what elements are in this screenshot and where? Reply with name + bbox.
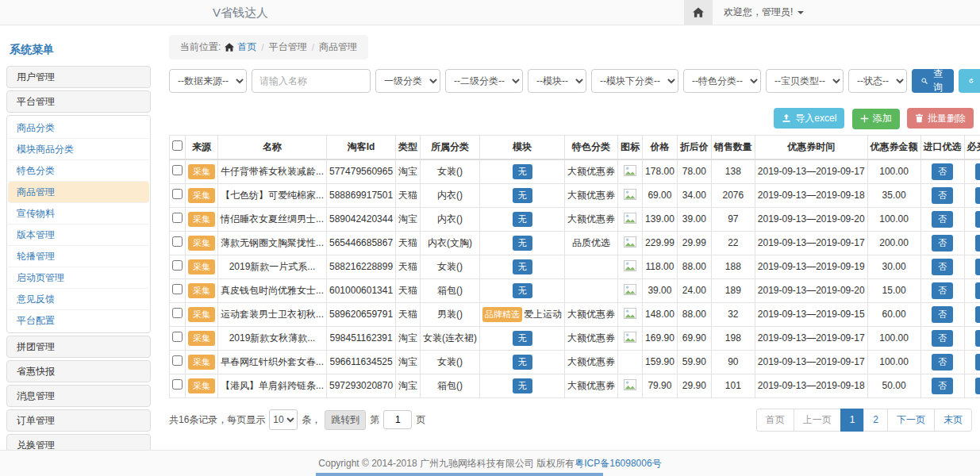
import-select-toggle[interactable]: 否 [932,187,953,204]
price: 79.90 [643,374,678,397]
sidebar-item[interactable]: 启动页管理 [8,267,149,289]
table-row: 采集情侣睡衣女夏丝绸男士...589042420344淘宝内衣()无大额优惠券1… [170,207,980,231]
import-select-toggle[interactable]: 否 [932,378,953,394]
page-button[interactable]: 1 [840,409,865,432]
page-button[interactable]: 下一页 [887,409,935,432]
must-buy-toggle[interactable]: 否 [975,378,980,394]
must-buy-toggle[interactable]: 否 [975,259,980,275]
sidebar-item[interactable]: 意见反馈 [8,289,149,310]
select-all-header[interactable] [170,135,186,159]
import-select-toggle[interactable]: 否 [932,306,953,323]
must-buy-toggle[interactable]: 否 [975,211,980,228]
import-select-toggle[interactable]: 否 [932,163,953,180]
row-checkbox[interactable] [172,379,183,390]
module-select[interactable]: --模块-- [528,69,586,93]
image-icon [624,379,636,390]
import-select-toggle[interactable]: 否 [932,235,953,251]
price: 118.00 [643,255,678,278]
coupon-amount: 200.00 [867,231,920,255]
jump-button[interactable]: 跳转到 [325,410,366,430]
breadcrumb-home-link[interactable]: 首页 [225,40,256,54]
row-checkbox[interactable] [172,284,183,294]
import-select-toggle[interactable]: 否 [932,211,953,228]
feature-category: 品质优选 [565,231,618,255]
feature-category: 大额优惠券 [565,159,618,184]
import-select-toggle[interactable]: 否 [932,259,953,275]
icp-link[interactable]: 粤ICP备16098006号 [575,457,661,470]
must-buy-toggle[interactable]: 否 [975,354,980,370]
sidebar-title: 系统菜单 [6,36,151,63]
sidebar-item[interactable]: 特色分类 [8,160,149,182]
must-buy-toggle[interactable]: 否 [975,235,980,251]
page-button[interactable]: 2 [863,409,888,432]
import-select-toggle[interactable]: 否 [932,282,953,299]
search-button[interactable]: 查询 [912,69,954,93]
module-badge: 品牌精选 [482,307,522,322]
item-type-select[interactable]: --宝贝类型-- [766,69,844,93]
sales-count: 198 [711,326,755,350]
page-button[interactable]: 末页 [934,409,972,432]
page-button[interactable]: 上一页 [794,409,841,432]
goods-name: 牛仔背带裤女秋装减龄... [218,159,327,184]
reset-button[interactable]: 重置 [959,69,980,93]
sidebar-item[interactable]: 版本管理 [8,225,149,246]
sidebar-item[interactable]: 商品分类 [8,117,149,139]
sidebar-group-item[interactable]: 订单管理 [6,409,151,432]
sidebar-item[interactable]: 商品管理 [8,182,149,203]
sidebar-group-item[interactable]: 平台管理 [6,90,151,113]
row-checkbox[interactable] [172,165,183,175]
row-checkbox[interactable] [172,355,183,366]
sidebar-group-item[interactable]: 用户管理 [6,66,151,88]
row-checkbox[interactable] [172,236,183,247]
must-buy-cell: 否 [964,255,980,278]
must-buy-toggle[interactable]: 否 [975,163,980,180]
name-input[interactable] [252,69,371,93]
user-menu[interactable]: 欢迎您，管理员! [713,0,815,25]
module-cell: 无 [480,183,565,207]
level1-category-select[interactable]: 一级分类 [375,69,440,93]
sidebar-item[interactable]: 宣传物料 [8,203,149,225]
sidebar-group-item[interactable]: 消息管理 [6,385,151,407]
row-checkbox[interactable] [172,213,183,223]
row-checkbox[interactable] [172,332,183,342]
row-checkbox[interactable] [172,260,183,271]
feature-category-select[interactable]: --特色分类-- [683,69,761,93]
row-checkbox[interactable] [172,308,183,318]
row-checkbox[interactable] [172,189,183,199]
import-select-cell: 否 [920,183,964,207]
must-buy-toggle[interactable]: 否 [975,306,980,323]
import-select-toggle[interactable]: 否 [932,354,953,370]
must-buy-toggle[interactable]: 否 [975,282,980,299]
import-select-toggle[interactable]: 否 [932,330,953,347]
table-row: 采集早春网红针织外套女春...596611634525淘宝女装()无大额优惠券1… [170,350,980,374]
status-select[interactable]: --状态-- [848,69,907,93]
page-number-input[interactable] [383,410,412,429]
welcome-text: 欢迎您，管理员! [724,6,793,19]
sidebar-item[interactable]: 模块商品分类 [8,139,149,160]
import-select-cell: 否 [920,374,964,397]
sales-count: 97 [711,207,755,231]
import-excel-button[interactable]: 导入excel [774,108,844,129]
sidebar-item[interactable]: 平台配置 [8,310,149,331]
sidebar-group-item[interactable]: 省惠快报 [6,360,151,382]
per-page-select[interactable]: 10 [269,409,298,430]
discount-price: 69.90 [677,326,711,350]
horizontal-scrollbar-thumb[interactable] [316,473,603,476]
page-button[interactable]: 首页 [756,409,794,432]
discount-price: 39.00 [677,207,711,231]
select-all-checkbox[interactable] [172,140,183,151]
sidebar-item[interactable]: 轮播管理 [8,246,149,267]
sidebar: 系统菜单 用户管理平台管理商品分类模块商品分类特色分类商品管理宣传物料版本管理轮… [6,36,151,476]
must-buy-toggle[interactable]: 否 [975,187,980,204]
module-none-badge: 无 [513,259,532,274]
discount-price: 34.00 [677,183,711,207]
must-buy-toggle[interactable]: 否 [975,330,980,347]
sidebar-group-item[interactable]: 拼团管理 [6,336,151,358]
data-source-select[interactable]: --数据来源-- [169,69,247,93]
add-button[interactable]: 添加 [852,109,900,129]
level2-category-select[interactable]: --二级分类-- [445,69,523,93]
taoke-id: 596611634525 [327,350,396,374]
module-sub-category-select[interactable]: --模块下分类-- [591,69,678,93]
batch-delete-button[interactable]: 批量删除 [907,108,974,129]
home-button[interactable] [684,0,713,25]
